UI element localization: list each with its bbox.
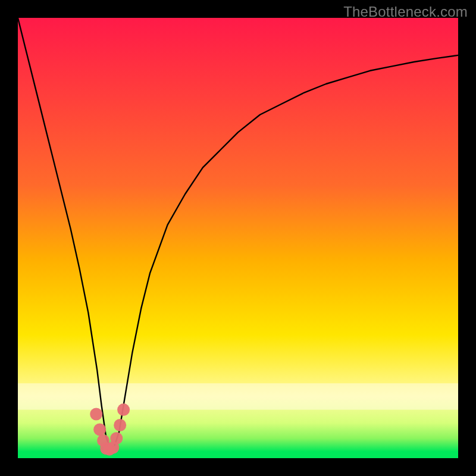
marker-point xyxy=(114,419,126,431)
marker-point xyxy=(117,403,130,416)
plot-svg xyxy=(18,18,458,458)
marker-point xyxy=(110,432,123,444)
pale-band xyxy=(18,383,458,409)
chart-frame: TheBottleneck.com xyxy=(0,0,476,476)
marker-point xyxy=(90,408,102,421)
plot-area xyxy=(18,18,458,458)
marker-point xyxy=(93,423,106,436)
